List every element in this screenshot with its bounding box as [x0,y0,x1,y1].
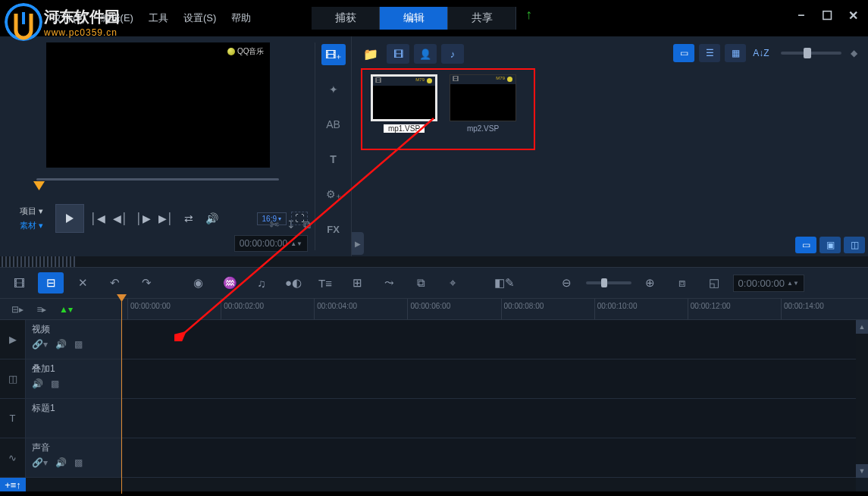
view-grid-button[interactable]: ▦ [725,44,746,62]
trim-handle-start[interactable] [33,181,45,190]
close-button[interactable]: ✕ [845,8,860,23]
mode-project[interactable]: 项目 ▾ [17,204,46,218]
panel-grip[interactable] [2,256,77,267]
storyboard-view-button[interactable]: 🎞 [6,272,32,294]
track-vol-button[interactable]: 🔊 [55,457,67,468]
timeline-timecode[interactable]: 0:00:00:00▲▼ [733,275,804,292]
zoom-in-button[interactable]: ⊕ [638,272,663,294]
library-sidebar: 🎞₊ ✦ AB T ⚙₊ FX [315,36,352,256]
site-watermark: 河东软件园 www.pc0359.cn [5,3,120,41]
motion-button[interactable]: ⤳ [376,272,402,294]
project-thumb-2[interactable]: 🎞M79 mp2.VSP [449,74,517,133]
go-start-button[interactable]: │◀ [89,207,107,230]
zoom-out-button[interactable]: ⊖ [554,272,580,294]
sort-button[interactable]: A↓Z [750,44,772,62]
vertical-scrollbar[interactable]: ▲ ▼ [856,320,868,478]
track-row: T标题1 [0,399,868,438]
fit-project-button[interactable]: ⧈ [669,272,695,294]
track-link-button[interactable]: 🔗▾ [32,457,48,468]
track-head-btn-2[interactable]: ≡▸ [33,302,50,317]
lib-filter-photo[interactable]: 👤 [414,44,437,64]
auto-music-button[interactable]: ♫ [249,272,274,294]
next-frame-button[interactable]: │▶ [134,207,152,230]
maximize-button[interactable]: ☐ [819,8,835,23]
project-thumb-1[interactable]: 🎞M79 mp1.VSP [370,74,438,133]
play-button[interactable] [55,204,84,233]
multi-view-button[interactable]: ⊞ [344,272,370,294]
track-fx-button[interactable]: ▩ [51,378,59,389]
thumbnail-size-slider[interactable] [781,52,841,55]
record-button[interactable]: ◉ [185,272,211,294]
view-list-button[interactable]: ☰ [699,44,720,62]
paint-button[interactable]: ◧✎ [491,272,517,294]
scroll-up-button[interactable]: ▲ [856,320,868,334]
subtitle-button[interactable]: T≡ [312,272,338,294]
lib-tab-media[interactable]: 🎞₊ [321,44,346,65]
lib-folder-button[interactable]: 📁 [359,44,382,64]
audio-mixer-button[interactable]: ♒ [217,272,243,294]
volume-button[interactable]: 🔊 [202,207,221,230]
preview-screen[interactable]: QQ音乐 [46,42,270,168]
lib-tab-graphic[interactable]: ⚙₊ [321,184,346,205]
aspect-ratio[interactable]: 16:9▾ [257,212,287,225]
track-head-btn-1[interactable]: ⊟▸ [9,302,26,317]
track-row: ◫叠加1🔊▩ [0,359,868,399]
panel-tab-1[interactable]: ▭ [795,237,816,253]
lib-tab-title[interactable]: T [321,149,346,170]
menu-tools[interactable]: 工具 [141,7,176,30]
track-vol-button[interactable]: 🔊 [32,378,43,389]
track-info: 视频🔗▾🔊▩ [26,320,121,359]
playhead[interactable] [121,299,122,494]
mode-clip[interactable]: 素材 ▾ [17,218,46,233]
motion-track-button[interactable]: ●◐ [280,272,306,294]
menu-settings[interactable]: 设置(S) [176,7,224,30]
track-type-icon[interactable]: ∿ [0,438,26,477]
lib-filter-video[interactable]: 🎞 [387,44,409,64]
lib-tab-filter[interactable]: FX [321,218,346,240]
track-lane[interactable] [121,399,868,438]
scroll-down-button[interactable]: ▼ [856,464,868,478]
tab-edit[interactable]: 编辑 [380,7,448,30]
3d-button[interactable]: ⧉ [408,272,434,294]
fit-clip-button[interactable]: ◱ [701,272,727,294]
track-head-marker[interactable]: ▲▾ [58,302,74,317]
trim-bar[interactable] [36,178,279,195]
loop-button[interactable]: ⇄ [180,207,198,230]
prev-frame-button[interactable]: ◀│ [111,207,130,230]
track-lane[interactable] [121,359,868,398]
tab-share[interactable]: 共享 [448,7,516,30]
add-track-button[interactable]: +≡↑ [0,478,26,491]
slider-max-icon: ◆ [851,48,857,58]
menu-help[interactable]: 帮助 [224,7,259,30]
timeline-view-button[interactable]: ⊟ [38,272,64,294]
view-large-button[interactable]: ▭ [673,44,694,62]
track-lane[interactable] [121,438,868,477]
lib-tab-instant[interactable]: ✦ [321,79,346,100]
lib-tab-transition[interactable]: AB [321,114,346,135]
crop-button[interactable]: ⌖ [440,272,465,294]
track-type-icon[interactable]: T [0,399,26,438]
horizontal-scrollbar[interactable]: +≡↑ [0,478,856,491]
tools-button[interactable]: ✕ [70,272,96,294]
preview-timecode[interactable]: 00:00:00:00▲▼ [234,235,308,252]
track-type-icon[interactable]: ▶ [0,320,26,359]
watermark-url: www.pc0359.cn [44,27,120,38]
lib-filter-audio[interactable]: ♪ [441,44,464,64]
panel-tab-3[interactable]: ◫ [844,237,865,253]
track-link-button[interactable]: 🔗▾ [32,339,48,350]
timeline-ruler[interactable]: 00:00:00:0000:00:02:0000:00:04:0000:00:0… [121,299,868,319]
upload-icon[interactable]: ↑ [525,7,532,30]
track-fx-button[interactable]: ▩ [74,339,83,350]
track-fx-button[interactable]: ▩ [74,457,83,468]
track-vol-button[interactable]: 🔊 [55,339,67,350]
redo-button[interactable]: ↷ [133,272,159,294]
track-lane[interactable] [121,320,868,359]
expand-preview[interactable]: ⛶ [291,212,308,225]
track-type-icon[interactable]: ◫ [0,359,26,398]
undo-button[interactable]: ↶ [102,272,127,294]
zoom-slider[interactable] [586,281,631,284]
go-end-button[interactable]: ▶│ [157,207,175,230]
tab-capture[interactable]: 捕获 [312,7,380,30]
minimize-button[interactable]: – [794,8,809,23]
panel-tab-2[interactable]: ▣ [819,237,841,253]
